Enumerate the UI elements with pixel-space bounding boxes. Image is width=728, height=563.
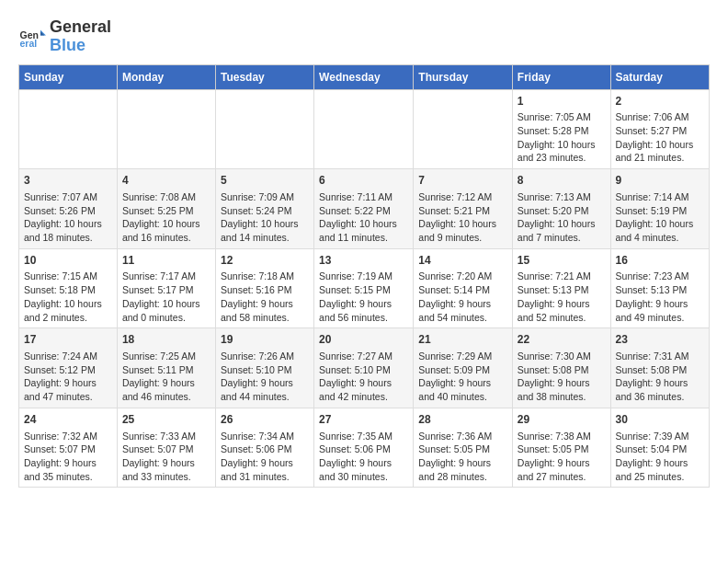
- day-info: Sunset: 5:10 PM: [319, 363, 408, 377]
- day-number: 2: [616, 94, 704, 109]
- day-cell: 18Sunrise: 7:25 AMSunset: 5:11 PMDayligh…: [117, 328, 215, 408]
- day-info: Daylight: 9 hours and 31 minutes.: [221, 456, 309, 483]
- day-info: Sunrise: 7:12 AM: [418, 190, 507, 204]
- day-info: Sunrise: 7:06 AM: [616, 110, 704, 124]
- day-info: Daylight: 9 hours and 28 minutes.: [418, 456, 507, 483]
- day-info: Sunset: 5:07 PM: [122, 442, 210, 456]
- day-info: Sunrise: 7:25 AM: [122, 350, 210, 363]
- day-number: 12: [221, 253, 309, 269]
- day-number: 24: [24, 412, 112, 428]
- day-number: 13: [319, 253, 408, 269]
- day-info: Sunset: 5:06 PM: [221, 442, 309, 456]
- day-info: Daylight: 10 hours and 0 minutes.: [122, 297, 210, 324]
- week-row-1: 1Sunrise: 7:05 AMSunset: 5:28 PMDaylight…: [19, 89, 710, 169]
- day-info: Sunrise: 7:15 AM: [24, 270, 112, 283]
- day-info: Daylight: 9 hours and 40 minutes.: [418, 376, 507, 403]
- day-number: 3: [24, 173, 112, 189]
- day-number: 30: [616, 412, 704, 428]
- day-cell: 5Sunrise: 7:09 AMSunset: 5:24 PMDaylight…: [215, 169, 313, 249]
- day-info: Sunrise: 7:18 AM: [221, 270, 309, 283]
- day-info: Sunset: 5:17 PM: [122, 283, 210, 297]
- day-info: Daylight: 9 hours and 44 minutes.: [221, 376, 309, 403]
- day-number: 16: [616, 253, 704, 269]
- header-thursday: Thursday: [414, 64, 513, 89]
- day-number: 25: [122, 412, 210, 428]
- day-info: Sunset: 5:27 PM: [616, 124, 704, 138]
- day-info: Sunrise: 7:35 AM: [319, 430, 408, 443]
- header-monday: Monday: [117, 64, 215, 89]
- day-info: Sunrise: 7:39 AM: [616, 430, 704, 443]
- day-number: 15: [518, 253, 606, 269]
- day-info: Sunset: 5:22 PM: [319, 204, 408, 218]
- day-number: 19: [221, 332, 309, 348]
- day-number: 23: [616, 332, 704, 348]
- day-cell: 13Sunrise: 7:19 AMSunset: 5:15 PMDayligh…: [314, 248, 414, 328]
- day-info: Sunset: 5:07 PM: [24, 442, 112, 456]
- header-tuesday: Tuesday: [215, 64, 313, 89]
- week-row-3: 10Sunrise: 7:15 AMSunset: 5:18 PMDayligh…: [19, 248, 710, 328]
- logo-icon: Gen eral: [18, 23, 46, 51]
- header-sunday: Sunday: [19, 64, 118, 89]
- day-info: Sunrise: 7:33 AM: [122, 430, 210, 443]
- day-info: Daylight: 10 hours and 23 minutes.: [518, 138, 606, 165]
- day-info: Sunset: 5:16 PM: [221, 283, 309, 297]
- day-cell: 2Sunrise: 7:06 AMSunset: 5:27 PMDaylight…: [610, 89, 709, 169]
- day-info: Sunrise: 7:17 AM: [122, 270, 210, 283]
- day-number: 21: [418, 332, 507, 348]
- day-cell: 6Sunrise: 7:11 AMSunset: 5:22 PMDaylight…: [314, 169, 414, 249]
- week-row-5: 24Sunrise: 7:32 AMSunset: 5:07 PMDayligh…: [19, 408, 710, 488]
- day-cell: 24Sunrise: 7:32 AMSunset: 5:07 PMDayligh…: [19, 408, 118, 488]
- day-info: Sunrise: 7:13 AM: [518, 190, 606, 204]
- day-cell: 4Sunrise: 7:08 AMSunset: 5:25 PMDaylight…: [117, 169, 215, 249]
- day-number: 7: [418, 173, 507, 189]
- day-info: Sunrise: 7:09 AM: [221, 190, 309, 204]
- day-info: Sunrise: 7:31 AM: [616, 350, 704, 363]
- day-cell: 25Sunrise: 7:33 AMSunset: 5:07 PMDayligh…: [117, 408, 215, 488]
- day-info: Sunrise: 7:07 AM: [24, 190, 112, 204]
- day-number: 11: [122, 253, 210, 269]
- day-info: Sunrise: 7:08 AM: [122, 190, 210, 204]
- day-info: Sunset: 5:04 PM: [616, 442, 704, 456]
- day-number: 22: [518, 332, 606, 348]
- day-info: Sunset: 5:21 PM: [418, 204, 507, 218]
- week-row-4: 17Sunrise: 7:24 AMSunset: 5:12 PMDayligh…: [19, 328, 710, 408]
- day-cell: 26Sunrise: 7:34 AMSunset: 5:06 PMDayligh…: [215, 408, 313, 488]
- day-info: Sunset: 5:25 PM: [122, 204, 210, 218]
- day-info: Daylight: 9 hours and 54 minutes.: [418, 297, 507, 324]
- day-cell: 11Sunrise: 7:17 AMSunset: 5:17 PMDayligh…: [117, 248, 215, 328]
- day-info: Daylight: 10 hours and 14 minutes.: [221, 217, 309, 244]
- day-info: Sunset: 5:11 PM: [122, 363, 210, 377]
- page-header: Gen eral General Blue: [18, 18, 710, 55]
- day-number: 27: [319, 412, 408, 428]
- header-saturday: Saturday: [610, 64, 709, 89]
- day-info: Daylight: 9 hours and 52 minutes.: [518, 297, 606, 324]
- day-number: 10: [24, 253, 112, 269]
- day-cell: [19, 89, 118, 169]
- day-number: 9: [616, 173, 704, 189]
- day-info: Sunset: 5:05 PM: [518, 442, 606, 456]
- header-friday: Friday: [512, 64, 610, 89]
- day-info: Daylight: 10 hours and 9 minutes.: [418, 217, 507, 244]
- day-info: Sunset: 5:18 PM: [24, 283, 112, 297]
- day-number: 29: [518, 412, 606, 428]
- day-number: 1: [518, 94, 606, 109]
- day-cell: [215, 89, 313, 169]
- day-info: Sunrise: 7:34 AM: [221, 430, 309, 443]
- day-info: Daylight: 10 hours and 18 minutes.: [24, 217, 112, 244]
- week-row-2: 3Sunrise: 7:07 AMSunset: 5:26 PMDaylight…: [19, 169, 710, 249]
- day-info: Sunset: 5:08 PM: [518, 363, 606, 377]
- day-info: Daylight: 9 hours and 36 minutes.: [616, 376, 704, 403]
- day-info: Sunrise: 7:27 AM: [319, 350, 408, 363]
- day-cell: 17Sunrise: 7:24 AMSunset: 5:12 PMDayligh…: [19, 328, 118, 408]
- day-info: Daylight: 9 hours and 30 minutes.: [319, 456, 408, 483]
- day-number: 26: [221, 412, 309, 428]
- day-info: Sunrise: 7:23 AM: [616, 270, 704, 283]
- day-number: 18: [122, 332, 210, 348]
- day-info: Sunset: 5:14 PM: [418, 283, 507, 297]
- day-cell: 22Sunrise: 7:30 AMSunset: 5:08 PMDayligh…: [512, 328, 610, 408]
- day-info: Sunrise: 7:24 AM: [24, 350, 112, 363]
- day-number: 5: [221, 173, 309, 189]
- day-info: Daylight: 9 hours and 46 minutes.: [122, 376, 210, 403]
- day-info: Daylight: 10 hours and 2 minutes.: [24, 297, 112, 324]
- logo: Gen eral General Blue: [18, 18, 111, 55]
